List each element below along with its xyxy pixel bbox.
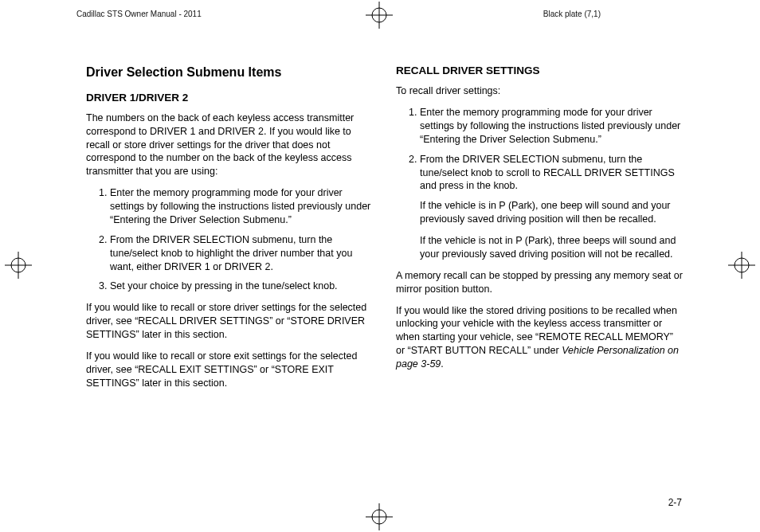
step-text: From the DRIVER SELECTION submenu, turn …: [420, 154, 675, 192]
step-list: Enter the memory programming mode for yo…: [396, 106, 684, 261]
right-column: RECALL DRIVER SETTINGS To recall driver …: [396, 64, 684, 398]
header-left-text: Cadillac STS Owner Manual - 2011: [76, 10, 202, 18]
step-note: If the vehicle is not in P (Park), three…: [420, 234, 684, 261]
paragraph: If you would like the stored driving pos…: [396, 304, 684, 371]
paragraph: To recall driver settings:: [396, 84, 684, 98]
subsection-heading-recall: RECALL DRIVER SETTINGS: [396, 64, 684, 78]
left-column: Driver Selection Submenu Items DRIVER 1/…: [86, 64, 374, 398]
registration-mark-bottom: [366, 503, 393, 530]
content-area: Driver Selection Submenu Items DRIVER 1/…: [86, 64, 684, 398]
step-item: From the DRIVER SELECTION submenu, turn …: [110, 233, 374, 274]
registration-mark-top: [366, 2, 393, 29]
registration-mark-right: [728, 252, 755, 279]
page-number: 2-7: [668, 497, 682, 508]
step-note: If the vehicle is in P (Park), one beep …: [420, 199, 684, 226]
header-right-text: Black plate (7,1): [543, 10, 601, 18]
paragraph-text: .: [441, 358, 443, 370]
step-item: Enter the memory programming mode for yo…: [110, 186, 374, 227]
registration-mark-left: [5, 252, 32, 279]
paragraph: The numbers on the back of each keyless …: [86, 111, 374, 178]
step-list: Enter the memory programming mode for yo…: [86, 186, 374, 293]
paragraph: If you would like to recall or store exi…: [86, 350, 374, 390]
section-heading: Driver Selection Submenu Items: [86, 64, 374, 81]
step-item: From the DRIVER SELECTION submenu, turn …: [420, 153, 684, 261]
manual-page: Cadillac STS Owner Manual - 2011 Black p…: [0, 0, 760, 532]
step-item: Enter the memory programming mode for yo…: [420, 106, 684, 147]
paragraph: If you would like to recall or store dri…: [86, 301, 374, 342]
subsection-heading-driver12: DRIVER 1/DRIVER 2: [86, 91, 374, 105]
step-item: Set your choice by pressing in the tune/…: [110, 280, 374, 293]
paragraph: A memory recall can be stopped by pressi…: [396, 269, 684, 296]
